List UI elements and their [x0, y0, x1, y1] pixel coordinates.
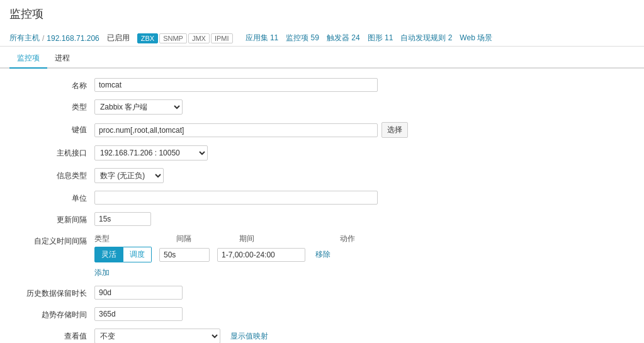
row-info-type: 信息类型 数字 (无正负) 数字 (浮点) 字符 日志 文本 — [13, 168, 631, 183]
label-custom-interval: 自定义时间间隔 — [13, 233, 94, 247]
col-header-action: 动作 — [340, 233, 378, 244]
row-key: 键值 选择 — [13, 122, 631, 138]
input-unit[interactable] — [94, 191, 378, 205]
nav-items[interactable]: 监控项 59 — [286, 33, 319, 43]
label-info-type: 信息类型 — [13, 168, 94, 181]
lookup-wrap: 不变 显示值映射 — [94, 329, 631, 343]
row-type: 类型 Zabbix 客户端 SNMP v1 SNMP v2c JMX IPMI — [13, 99, 631, 115]
row-history: 历史数据保留时长 — [13, 286, 631, 300]
label-lookup: 查看值 — [13, 329, 94, 342]
toggle-flexible[interactable]: 灵活 — [94, 247, 123, 262]
custom-interval-wrap: 类型 间隔 期间 动作 灵活 调度 移除 添加 — [94, 233, 631, 278]
label-history: 历史数据保留时长 — [13, 286, 94, 299]
select-interface[interactable]: 192.168.71.206 : 10050 — [94, 145, 208, 160]
badge-zbx[interactable]: ZBX — [137, 33, 158, 43]
row-trend: 趋势存储时间 — [13, 307, 631, 321]
label-trend: 趋势存储时间 — [13, 307, 94, 320]
input-period-value[interactable] — [217, 248, 305, 262]
key-select-button[interactable]: 选择 — [381, 122, 408, 138]
trend-wrap — [94, 307, 631, 321]
input-history[interactable] — [94, 286, 183, 300]
label-type: 类型 — [13, 99, 94, 113]
col-header-interval: 间隔 — [176, 233, 239, 244]
badge-ipmi[interactable]: IPMI — [211, 33, 233, 43]
input-update[interactable] — [94, 212, 151, 226]
nav-graphs[interactable]: 图形 11 — [368, 33, 393, 43]
status-label: 已启用 — [107, 33, 130, 43]
input-trend[interactable] — [94, 307, 183, 321]
badge-jmx[interactable]: JMX — [188, 33, 210, 43]
history-wrap — [94, 286, 631, 300]
col-header-type: 类型 — [94, 233, 176, 244]
type-wrap: Zabbix 客户端 SNMP v1 SNMP v2c JMX IPMI — [94, 99, 631, 115]
breadcrumb-all-hosts[interactable]: 所有主机 — [9, 33, 40, 43]
label-update: 更新间隔 — [13, 212, 94, 225]
interface-wrap: 192.168.71.206 : 10050 — [94, 145, 631, 160]
breadcrumb-host[interactable]: 192.168.71.206 — [47, 34, 99, 43]
form-body: 名称 类型 Zabbix 客户端 SNMP v1 SNMP v2c JMX IP… — [0, 69, 644, 343]
nav-links: 应用集 11 监控项 59 触发器 24 图形 11 自动发现规则 2 Web … — [246, 33, 493, 43]
input-key[interactable] — [94, 123, 378, 137]
label-unit: 单位 — [13, 191, 94, 204]
info-type-wrap: 数字 (无正负) 数字 (浮点) 字符 日志 文本 — [94, 168, 631, 183]
tab-bar: 监控项 进程 — [0, 49, 644, 69]
key-wrap: 选择 — [94, 122, 631, 138]
select-lookup[interactable]: 不变 — [94, 329, 220, 343]
toggle-scheduling[interactable]: 调度 — [123, 247, 152, 262]
badge-snmp[interactable]: SNMP — [159, 33, 187, 43]
label-key: 键值 — [13, 122, 94, 135]
input-interval-value[interactable] — [159, 248, 210, 262]
input-name[interactable] — [94, 78, 378, 92]
update-wrap — [94, 212, 631, 226]
tab-process[interactable]: 进程 — [47, 49, 77, 69]
unit-wrap — [94, 191, 631, 205]
breadcrumb-sep1: / — [42, 34, 44, 43]
select-type[interactable]: Zabbix 客户端 SNMP v1 SNMP v2c JMX IPMI — [94, 99, 183, 115]
row-name: 名称 — [13, 78, 631, 92]
row-interface: 主机接口 192.168.71.206 : 10050 — [13, 145, 631, 160]
tab-items[interactable]: 监控项 — [9, 49, 47, 69]
name-wrap — [94, 78, 631, 92]
show-mapping-link[interactable]: 显示值映射 — [230, 331, 268, 342]
nav-appsets[interactable]: 应用集 11 — [246, 33, 279, 43]
row-custom-interval: 自定义时间间隔 类型 间隔 期间 动作 灵活 调度 移除 — [13, 233, 631, 278]
nav-discovery[interactable]: 自动发现规则 2 — [400, 33, 452, 43]
page-title: 监控项 — [9, 6, 635, 26]
remove-interval-link[interactable]: 移除 — [315, 249, 330, 260]
breadcrumb: 所有主机 / 192.168.71.206 已启用 ZBX SNMP JMX I… — [0, 30, 644, 47]
add-interval-link[interactable]: 添加 — [94, 267, 110, 278]
nav-triggers[interactable]: 触发器 24 — [327, 33, 360, 43]
col-header-period: 期间 — [239, 233, 340, 244]
row-unit: 单位 — [13, 191, 631, 205]
row-update: 更新间隔 — [13, 212, 631, 226]
interval-row-1: 灵活 调度 移除 — [94, 247, 631, 262]
label-name: 名称 — [13, 78, 94, 91]
protocol-badges: ZBX SNMP JMX IPMI — [137, 33, 233, 43]
nav-web[interactable]: Web 场景 — [460, 33, 492, 43]
toggle-group: 灵活 调度 — [94, 247, 152, 262]
row-lookup: 查看值 不变 显示值映射 — [13, 329, 631, 343]
label-interface: 主机接口 — [13, 145, 94, 159]
select-info-type[interactable]: 数字 (无正负) 数字 (浮点) 字符 日志 文本 — [94, 168, 164, 183]
